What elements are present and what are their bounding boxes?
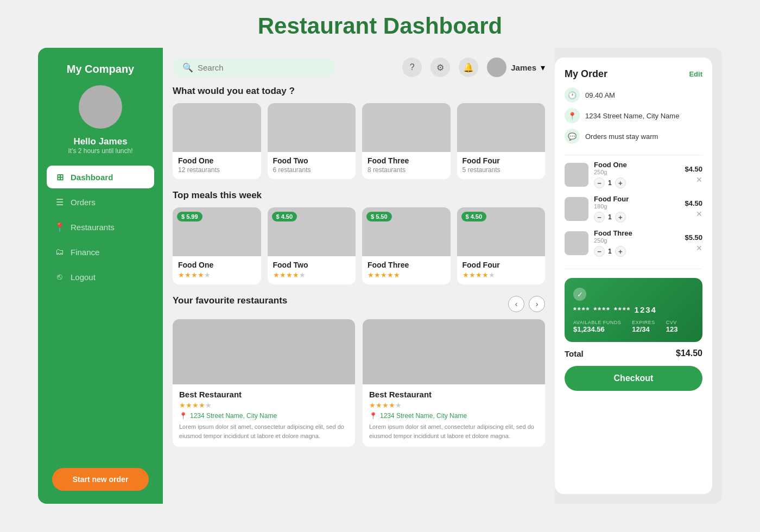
order-panel: My Order Edit 🕐 09.40 AM 📍 1234 Street N… [555,58,712,494]
meal-card[interactable]: $ 5.50 Food Three ★★★★★ [362,207,451,284]
food-categories-grid: Food One 12 restaurants Food Two 6 resta… [173,103,545,179]
prev-arrow[interactable]: ‹ [508,296,524,312]
food-category-card[interactable]: Food Three 8 restaurants [362,103,451,179]
order-address-row: 📍 1234 Street Name, City Name [565,108,702,123]
sidebar-item-restaurants[interactable]: 📍 Restaurants [47,216,154,238]
food-card-sub: 6 restaurants [268,166,356,174]
order-item-weight: 250g [594,169,679,175]
qty-decrease-button[interactable]: − [594,212,605,223]
remove-item-button[interactable]: ✕ [696,210,702,218]
remove-item-button[interactable]: ✕ [696,244,702,252]
food-card-image [362,103,451,152]
sidebar-nav: ⊞ Dashboard ☰ Orders 📍 Restaurants 🗂 Fin… [47,166,154,455]
meal-card-image-wrap: $ 5.99 [173,207,261,256]
food-category-card[interactable]: Food Two 6 restaurants [268,103,356,179]
meal-card-name: Food One [173,256,261,271]
qty-value: 1 [608,213,612,221]
restaurant-desc: Lorem ipsum dolor sit amet, consectetur … [179,422,349,440]
order-item-image [565,197,588,221]
order-header: My Order Edit [565,68,702,80]
sidebar-item-orders[interactable]: ☰ Orders [47,191,154,213]
card-expires: EXPIRES 12/34 [632,320,655,333]
restaurant-card-image [363,319,545,384]
orders-icon: ☰ [54,197,65,207]
food-category-card[interactable]: Food Four 5 restaurants [457,103,546,179]
meal-price-badge: $ 5.99 [177,212,202,221]
sidebar-item-finance[interactable]: 🗂 Finance [47,240,154,263]
sidebar-item-logout[interactable]: ⎋ Logout [47,265,154,288]
restaurant-address: 📍 1234 Street Name, City Name [179,412,349,420]
meals-grid: $ 5.99 Food One ★★★★★ $ 4.50 Food Two ★★… [173,207,545,284]
order-total-value: $14.50 [676,349,702,358]
search-bar[interactable]: 🔍 [173,58,335,77]
favourites-header: Your favourite restaurants ‹ › [173,295,545,313]
meal-card[interactable]: $ 4.50 Food Two ★★★★★ [268,207,356,284]
order-item-name: Food Four [594,195,679,203]
checkout-button[interactable]: Checkout [565,366,702,391]
order-item: Food Three 250g − 1 + $5.50 ✕ [565,229,702,257]
sidebar-subtitle: It's 2 hours until lunch! [68,147,132,155]
order-item: Food Four 180g − 1 + $4.50 ✕ [565,195,702,223]
order-note: Orders must stay warm [585,132,658,141]
food-card-name: Food Three [362,152,451,166]
order-item-image [565,231,588,255]
meal-card-name: Food Three [362,256,451,271]
sidebar: My Company Hello James It's 2 hours unti… [38,48,163,504]
meal-price-badge: $ 5.50 [366,212,392,221]
food-card-name: Food Two [268,152,356,166]
order-edit-button[interactable]: Edit [689,70,702,78]
restaurant-card-body: Best Restaurant ★★★★★ 📍 1234 Street Name… [173,384,355,447]
order-item-info: Food One 250g − 1 + [594,161,679,188]
food-category-card[interactable]: Food One 12 restaurants [173,103,261,179]
order-divider-2 [565,269,702,269]
order-item-price-col: $4.50 ✕ [685,165,702,184]
qty-decrease-button[interactable]: − [594,246,605,257]
dashboard-icon: ⊞ [54,172,65,182]
qty-increase-button[interactable]: + [615,178,626,188]
meal-card-name: Food Two [268,256,356,271]
meal-card[interactable]: $ 4.50 Food Four ★★★★★ [457,207,546,284]
order-item: Food One 250g − 1 + $4.50 ✕ [565,161,702,188]
card-cvv-label: CVV [666,320,678,325]
card-funds: AVAILABLE FUNDS $1,234.56 [573,320,621,333]
meal-card-image-wrap: $ 4.50 [268,207,356,256]
next-arrow[interactable]: › [529,296,545,312]
notification-icon[interactable]: 🔔 [459,58,478,77]
search-icon: 🔍 [182,62,193,73]
meal-card[interactable]: $ 5.99 Food One ★★★★★ [173,207,261,284]
sidebar-hello: Hello James [73,136,127,147]
help-icon[interactable]: ? [402,58,422,77]
restaurant-card[interactable]: Best Restaurant ★★★★★ 📍 1234 Street Name… [363,319,545,447]
main-content: 🔍 ? ⚙ 🔔 James ▾ What would you eat today… [163,48,555,504]
order-time-row: 🕐 09.40 AM [565,87,702,103]
sidebar-item-dashboard[interactable]: ⊞ Dashboard [47,166,154,188]
favourites-title: Your favourite restaurants [173,295,287,306]
qty-decrease-button[interactable]: − [594,178,605,188]
order-item-price-col: $5.50 ✕ [685,233,702,252]
card-cvv-value: 123 [666,325,678,333]
sidebar-company: My Company [67,63,134,75]
meal-price-badge: $ 4.50 [461,212,487,221]
note-icon: 💬 [565,129,580,144]
restaurant-card[interactable]: Best Restaurant ★★★★★ 📍 1234 Street Name… [173,319,355,447]
remove-item-button[interactable]: ✕ [696,175,702,184]
card-expires-value: 12/34 [632,325,655,333]
order-total-row: Total $14.50 [565,349,702,358]
order-item-price-col: $4.50 ✕ [685,199,702,218]
restaurant-card-body: Best Restaurant ★★★★★ 📍 1234 Street Name… [363,384,545,447]
qty-increase-button[interactable]: + [615,212,626,223]
start-order-button[interactable]: Start new order [52,468,149,491]
user-badge[interactable]: James ▾ [487,58,545,77]
chevron-down-icon: ▾ [541,62,545,73]
qty-increase-button[interactable]: + [615,246,626,257]
restaurants-grid: Best Restaurant ★★★★★ 📍 1234 Street Name… [173,319,545,447]
card-check-icon: ✓ [573,288,586,301]
settings-icon[interactable]: ⚙ [430,58,450,77]
restaurants-icon: 📍 [54,221,65,232]
order-total-label: Total [565,349,584,358]
meal-price-badge: $ 4.50 [272,212,297,221]
sidebar-item-label: Restaurants [71,223,115,232]
order-item-info: Food Four 180g − 1 + [594,195,679,223]
search-input[interactable] [198,63,326,72]
restaurant-name: Best Restaurant [179,390,349,399]
